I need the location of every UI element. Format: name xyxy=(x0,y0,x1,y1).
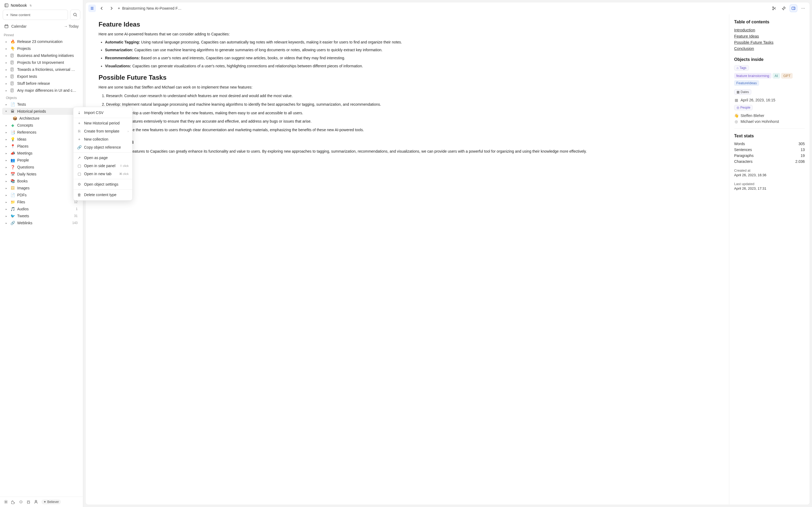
date-line[interactable]: ▦ April 26, 2023, 16:15 xyxy=(734,98,805,102)
believer-badge[interactable]: ✦ Believer xyxy=(41,500,61,504)
sidebar-object-item[interactable]: ▸🐦Tweets31 xyxy=(2,213,81,219)
workspace-switcher[interactable]: Notebook ⇅ xyxy=(0,0,83,10)
calendar-icon xyxy=(4,24,9,29)
chevron-icon: ▸ xyxy=(4,159,8,162)
sidebar-object-item[interactable]: ▸🏛Historical periods⋯ xyxy=(2,108,81,115)
svg-line-41 xyxy=(774,7,776,9)
updated-label: Last updated xyxy=(734,182,805,186)
breadcrumb[interactable]: ✦ Brainstorming New AI-Powered F… xyxy=(117,6,182,10)
context-menu-item[interactable]: +New collection xyxy=(73,135,133,143)
sidebar-pinned-item[interactable]: ▸🔥Release 23 communication xyxy=(2,38,81,45)
date-value: April 26, 2023, 16:15 xyxy=(741,98,775,102)
context-menu-item[interactable]: 🔗Copy object reference xyxy=(73,143,133,151)
feature-bullet: Recommendations: Based on a user's notes… xyxy=(105,55,716,61)
calendar-row[interactable]: Calendar → Today xyxy=(0,22,83,31)
people-pill-icon: ◎ xyxy=(737,106,739,109)
nav-back-button[interactable] xyxy=(98,5,106,12)
toc-link[interactable]: Introduction xyxy=(734,27,805,32)
sidebar-object-child[interactable]: 📦Architecture xyxy=(2,115,81,122)
tags-pill[interactable]: ⌂ Tags xyxy=(734,65,749,70)
object-type-icon: 📅 xyxy=(10,172,15,176)
context-menu-item[interactable]: 🗑Delete content type xyxy=(73,191,133,199)
context-menu-item[interactable]: ⇣Import CSV xyxy=(73,109,133,117)
item-count: 31 xyxy=(74,214,78,218)
tag-chip[interactable]: FeatureIdeas xyxy=(734,80,759,86)
toc-link[interactable]: Possible Future Tasks xyxy=(734,40,805,45)
sidebar-object-item[interactable]: ▸📚Books xyxy=(2,178,81,184)
menu-item-icon: ⇣ xyxy=(77,111,81,115)
sidebar-item-label: Towards a frictionless, universal … xyxy=(17,67,79,72)
sidebar-pinned-item[interactable]: ▸👇Projects xyxy=(2,45,81,52)
context-menu-item[interactable]: ▢Open in side panel⇧ click xyxy=(73,162,133,170)
tag-chip[interactable]: GPT xyxy=(781,73,793,78)
sidebar-object-item[interactable]: ▸◆Concepts xyxy=(2,122,81,129)
sidebar-object-item[interactable]: ▸🖼Images3 xyxy=(2,184,81,191)
sidebar-pinned-item[interactable]: ▸Stuff before release xyxy=(2,80,81,87)
chevron-right-icon: ▸ xyxy=(4,40,8,43)
scissors-button[interactable] xyxy=(770,5,778,12)
search-button[interactable] xyxy=(70,10,80,20)
sidebar-pinned-item[interactable]: ▸Business and Marketing initiatives xyxy=(2,52,81,59)
context-menu-item[interactable]: ⚙Open object settings xyxy=(73,180,133,188)
bug-icon[interactable] xyxy=(26,500,31,504)
sidebar-object-item[interactable]: ▸📄Tests xyxy=(2,101,81,108)
sidebar-object-item[interactable]: ▸📑References xyxy=(2,129,81,136)
sidebar-object-item[interactable]: ▸📄PDFs14 xyxy=(2,191,81,199)
sidebar-item-label: Projects xyxy=(17,46,79,51)
menu-item-icon: 🗑 xyxy=(77,192,81,197)
moon-icon[interactable] xyxy=(11,500,15,504)
context-menu-item[interactable]: ▢Open in new tab⌘ click xyxy=(73,170,133,178)
tag-icon: ⌂ xyxy=(737,66,739,70)
toc-link[interactable]: Conclusion xyxy=(734,46,805,51)
toggle-sidepanel-button[interactable] xyxy=(790,5,797,12)
sidebar-object-item[interactable]: ▸❓Questions xyxy=(2,164,81,171)
toc: IntroductionFeature IdeasPossible Future… xyxy=(734,27,805,51)
sidebar-object-item[interactable]: ▸📣Meetings xyxy=(2,150,81,157)
sidebar-object-item[interactable]: ▸📁Files12 xyxy=(2,199,81,206)
people-pill[interactable]: ◎ People xyxy=(734,105,753,110)
person-line[interactable]: ◎Michael von Hohnhorst xyxy=(734,119,805,124)
sidebar-pinned-item[interactable]: ▸Projects for UI Improvement xyxy=(2,59,81,66)
sidebar-object-item[interactable]: ▸🎵Audios1 xyxy=(2,206,81,213)
today-link[interactable]: → Today xyxy=(64,24,79,29)
sparkle-small-icon[interactable] xyxy=(19,500,23,504)
svg-rect-42 xyxy=(792,7,795,10)
object-type-icon: 📚 xyxy=(10,179,15,183)
updown-icon: ⇅ xyxy=(30,4,32,7)
nav-forward-button[interactable] xyxy=(108,5,115,12)
plus-icon: + xyxy=(6,13,8,17)
object-type-icon: ❓ xyxy=(10,165,15,169)
svg-point-39 xyxy=(772,9,774,10)
task-item: Test: Test the features extensively to e… xyxy=(106,119,716,124)
dates-pill[interactable]: ▦ Dates xyxy=(734,89,751,95)
sidebar-pinned-item[interactable]: ▸Any major differences in UI and c… xyxy=(2,87,81,94)
document-body[interactable]: Feature Ideas Here are some AI-powered f… xyxy=(86,14,729,505)
context-menu-item[interactable]: ↗Open as page xyxy=(73,154,133,162)
sidebar-object-item[interactable]: ▸📍Places xyxy=(2,143,81,150)
sidebar-pinned-item[interactable]: ▸Export tests xyxy=(2,73,81,80)
context-menu-item[interactable]: ⎘Create from template› xyxy=(73,127,133,135)
object-type-icon: 🔗 xyxy=(10,221,15,225)
tag-chip[interactable]: AI xyxy=(772,73,780,78)
sidebar-item-label: Release 23 communication xyxy=(17,40,79,44)
toggle-list-button[interactable] xyxy=(88,5,96,12)
gear-icon[interactable] xyxy=(4,500,8,504)
sidebar-pinned-item[interactable]: ▸Towards a frictionless, universal … xyxy=(2,66,81,73)
sidebar-object-item[interactable]: ▸🔗Weblinks143 xyxy=(2,219,81,226)
sidebar-object-item[interactable]: ▸💡Ideas xyxy=(2,136,81,143)
sidebar-scroll[interactable]: ▸🔥Release 23 communication▸👇Projects▸Bus… xyxy=(0,38,83,497)
context-menu-item[interactable]: +New Historical period xyxy=(73,119,133,127)
sidebar-object-item[interactable]: ▸📅Daily Notes2 xyxy=(2,171,81,178)
person-icon[interactable] xyxy=(34,500,38,504)
sidebar-object-item[interactable]: ▸👥People xyxy=(2,157,81,164)
more-button[interactable]: ⋯ xyxy=(799,5,807,12)
menu-item-label: New Historical period xyxy=(84,121,129,125)
person-line[interactable]: 👋Steffen Bleher xyxy=(734,113,805,118)
new-content-button[interactable]: + New content xyxy=(3,10,68,20)
toc-link[interactable]: Feature Ideas xyxy=(734,34,805,38)
stat-value: 305 xyxy=(799,142,805,146)
believer-label: Believer xyxy=(47,500,59,504)
pin-button[interactable] xyxy=(780,5,788,12)
tag-chip[interactable]: feature brainstorming xyxy=(734,73,771,78)
svg-point-33 xyxy=(28,501,30,503)
